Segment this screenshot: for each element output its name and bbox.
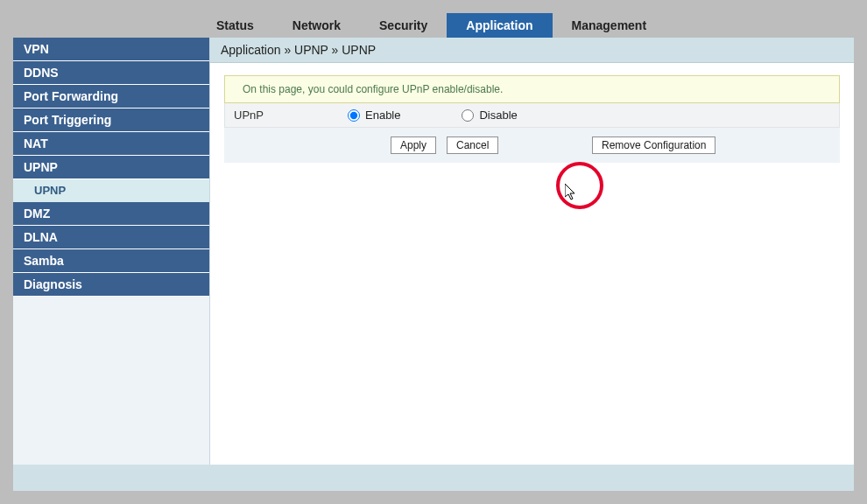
radio-group: Enable Disable — [348, 108, 518, 122]
sidebar-item-dlna[interactable]: DLNA — [13, 226, 209, 249]
sidebar-item-port-forwarding[interactable]: Port Forwarding — [13, 85, 209, 108]
radio-enable[interactable]: Enable — [348, 108, 400, 122]
sidebar-item-dmz[interactable]: DMZ — [13, 202, 209, 226]
upnp-label: UPnP — [234, 108, 348, 122]
sidebar-item-diagnosis[interactable]: Diagnosis — [13, 273, 209, 297]
sidebar-item-upnp[interactable]: UPNP — [13, 156, 209, 179]
radio-disable-label: Disable — [479, 108, 517, 122]
sidebar-subitem-upnp[interactable]: UPNP — [13, 179, 209, 202]
upnp-row: UPnP Enable Disable — [224, 103, 840, 128]
radio-enable-label: Enable — [365, 108, 400, 122]
cursor-icon — [565, 184, 579, 201]
inner-content: On this page, you could configure UPnP e… — [210, 63, 854, 175]
main-frame: VPN DDNS Port Forwarding Port Triggering… — [13, 38, 854, 491]
content-area: Application » UPNP » UPNP On this page, … — [210, 38, 854, 465]
breadcrumb: Application » UPNP » UPNP — [210, 38, 854, 63]
sidebar-item-port-triggering[interactable]: Port Triggering — [13, 108, 209, 132]
sidebar-item-ddns[interactable]: DDNS — [13, 61, 209, 85]
info-bar: On this page, you could configure UPnP e… — [224, 75, 840, 103]
button-row: Apply Cancel Remove Configuration — [224, 128, 840, 163]
sidebar: VPN DDNS Port Forwarding Port Triggering… — [13, 38, 210, 465]
tab-status[interactable]: Status — [197, 13, 273, 38]
tab-application[interactable]: Application — [447, 13, 552, 38]
radio-enable-input[interactable] — [348, 109, 360, 122]
tab-security[interactable]: Security — [360, 13, 447, 38]
tab-network[interactable]: Network — [273, 13, 360, 38]
radio-disable[interactable]: Disable — [462, 108, 517, 122]
remove-configuration-button[interactable]: Remove Configuration — [592, 136, 715, 154]
highlight-circle-icon — [556, 162, 603, 209]
tab-management[interactable]: Management — [553, 13, 666, 38]
cancel-button[interactable]: Cancel — [447, 136, 498, 154]
content-row: VPN DDNS Port Forwarding Port Triggering… — [13, 38, 854, 465]
sidebar-item-nat[interactable]: NAT — [13, 132, 209, 156]
bottom-bar — [13, 465, 854, 491]
sidebar-item-vpn[interactable]: VPN — [13, 38, 209, 61]
radio-disable-input[interactable] — [462, 109, 474, 122]
sidebar-item-samba[interactable]: Samba — [13, 249, 209, 273]
apply-button[interactable]: Apply — [391, 136, 436, 154]
top-tabs: Status Network Security Application Mana… — [197, 13, 854, 38]
